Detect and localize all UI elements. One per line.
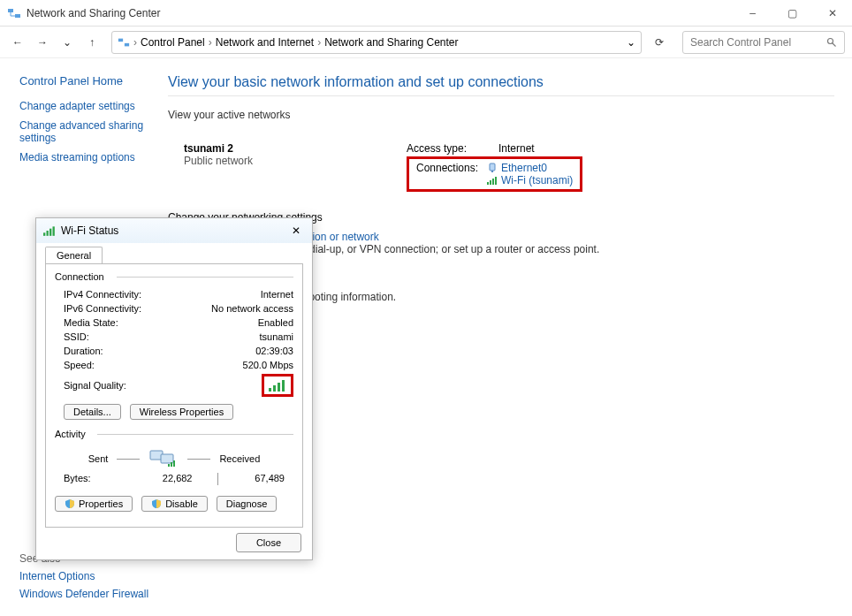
svg-rect-10 [487,182,489,185]
connection-wifi-label: Wi-Fi (tsunami) [501,174,573,186]
svg-rect-4 [118,38,123,42]
search-placeholder: Search Control Panel [690,36,791,49]
control-panel-home-link[interactable]: Control Panel Home [19,74,159,87]
ipv4-label: IPv4 Connectivity: [64,289,261,300]
breadcrumb-sep: › [317,36,321,49]
connection-ethernet-link[interactable]: Ethernet0 [487,162,547,174]
breadcrumb-mid[interactable]: Network and Internet [216,36,314,49]
breadcrumb-sep: › [209,36,212,49]
diagnose-button[interactable]: Diagnose [217,496,277,512]
svg-rect-13 [495,177,497,185]
sent-label: Sent [88,453,109,464]
refresh-button[interactable]: ⟳ [649,32,670,53]
maximize-button[interactable]: ▢ [772,0,812,27]
media-state-value: Enabled [258,317,293,328]
svg-point-6 [828,38,833,43]
ssid-value: tsunami [259,331,293,342]
wifi-signal-icon [43,224,56,237]
ethernet-icon [487,163,498,173]
close-button[interactable]: ✕ [812,0,852,27]
activity-row: Sent Received [55,448,293,469]
sidebar-item-adapter-settings[interactable]: Change adapter settings [19,100,159,112]
svg-rect-9 [491,171,493,172]
see-also-internet-options[interactable]: Internet Options [19,570,148,582]
disable-button-label: Disable [165,498,198,509]
breadcrumb-leaf[interactable]: Network and Sharing Center [324,36,458,49]
svg-rect-19 [53,226,55,236]
breadcrumb-sep: › [133,36,137,49]
ipv6-value: No network access [211,303,293,314]
network-type: Public network [184,155,398,167]
svg-rect-8 [490,164,495,171]
received-label: Received [219,453,260,464]
forward-button[interactable]: → [32,32,53,53]
svg-rect-17 [47,231,49,236]
sidebar-item-sharing-settings[interactable]: Change advanced sharing settings [19,119,159,144]
ipv6-label: IPv6 Connectivity: [64,303,211,314]
bytes-label: Bytes: [64,473,134,485]
breadcrumb-root[interactable]: Control Panel [141,36,205,49]
connections-label: Connections: [416,162,487,174]
wifi-status-dialog: Wi-Fi Status ✕ General Connection IPv4 C… [35,217,313,560]
dialog-close-btn[interactable]: Close [236,533,301,552]
svg-rect-28 [173,460,175,467]
activity-computers-icon [148,448,179,469]
search-icon [826,37,837,48]
details-button[interactable]: Details... [64,404,121,420]
toolbar: ← → ⌄ ↑ › Control Panel › Network and In… [0,27,852,58]
dialog-tabpane: Connection IPv4 Connectivity:Internet IP… [45,263,303,528]
wifi-signal-icon [268,378,287,392]
breadcrumb[interactable]: › Control Panel › Network and Internet ›… [111,31,642,54]
dialog-tabstrip: General [45,247,303,263]
shield-icon [65,498,75,509]
svg-rect-11 [490,180,491,185]
media-state-label: Media State: [64,317,258,328]
dialog-close-button[interactable]: ✕ [284,218,308,243]
properties-button-label: Properties [79,498,123,509]
signal-quality-label: Signal Quality: [64,380,262,391]
sidebar-item-media-streaming[interactable]: Media streaming options [19,151,159,164]
window-buttons: – ▢ ✕ [733,0,852,27]
signal-quality-highlight-box [262,374,293,397]
minimize-button[interactable]: – [733,0,772,27]
svg-rect-20 [269,388,271,392]
properties-button[interactable]: Properties [55,496,133,512]
see-also: See also Internet Options Windows Defend… [19,552,148,605]
connection-group-label: Connection [55,271,293,282]
search-input[interactable]: Search Control Panel [682,31,845,54]
svg-rect-12 [492,179,494,185]
connection-wifi-link[interactable]: Wi-Fi (tsunami) [487,174,573,186]
up-button[interactable]: ↑ [81,32,103,53]
ipv4-value: Internet [261,289,293,300]
svg-rect-0 [8,9,13,12]
back-button[interactable]: ← [7,32,28,53]
connections-highlight-box: Connections: Ethernet0 [407,156,582,192]
breadcrumb-icon [118,36,130,49]
connection-ethernet-label: Ethernet0 [501,162,547,174]
window-title: Network and Sharing Center [27,7,733,19]
network-name: tsunami 2 [184,142,398,155]
access-type-label: Access type: [407,142,477,155]
duration-label: Duration: [64,346,255,356]
svg-rect-22 [278,383,280,392]
tab-general[interactable]: General [45,247,103,263]
speed-label: Speed: [64,360,243,370]
see-also-firewall[interactable]: Windows Defender Firewall [19,588,148,600]
dialog-titlebar: Wi-Fi Status ✕ [36,218,312,243]
svg-rect-18 [49,229,51,236]
access-type-value: Internet [498,142,535,155]
active-networks-label: View your active networks [168,109,834,121]
bytes-received-value: 67,489 [227,473,294,485]
speed-value: 520.0 Mbps [243,360,293,370]
history-dropdown[interactable]: ⌄ [57,32,78,53]
breadcrumb-dropdown[interactable]: ⌄ [627,36,635,49]
titlebar: Network and Sharing Center – ▢ ✕ [0,0,852,27]
active-network-row: tsunami 2 Public network Access type: In… [168,142,834,192]
svg-rect-16 [43,232,45,236]
wireless-properties-button[interactable]: Wireless Properties [130,404,233,420]
disable-button[interactable]: Disable [141,496,208,512]
shield-icon [151,498,162,509]
svg-line-7 [833,42,836,46]
svg-rect-5 [125,42,129,46]
duration-value: 02:39:03 [255,346,293,356]
